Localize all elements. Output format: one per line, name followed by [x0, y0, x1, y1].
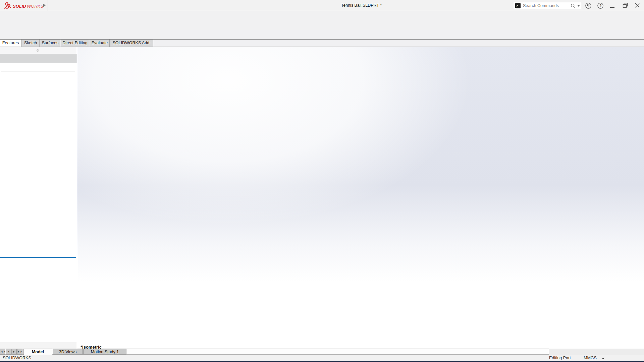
svg-text:?: ?: [599, 4, 602, 8]
svg-text:WORKS: WORKS: [27, 4, 43, 9]
svg-text:SOLID: SOLID: [13, 4, 26, 9]
